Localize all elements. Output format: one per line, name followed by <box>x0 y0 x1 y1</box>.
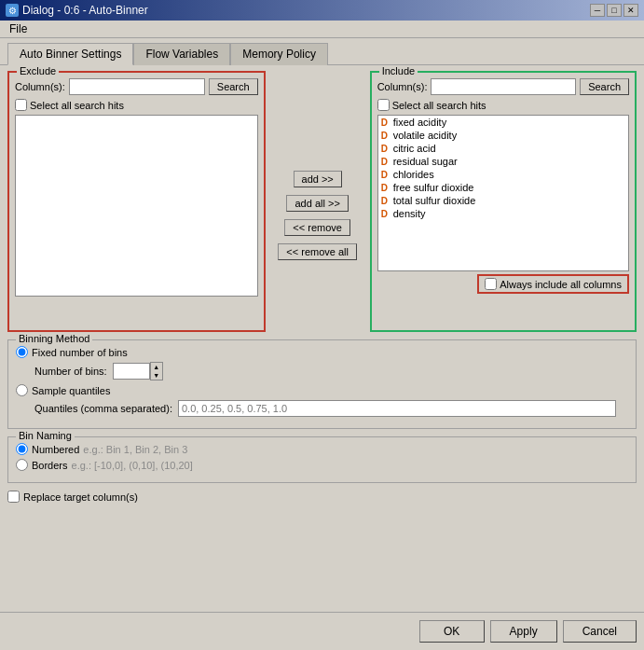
include-panel: Include Column(s): Search Select all sea… <box>370 71 637 332</box>
numbered-radio[interactable] <box>16 443 28 455</box>
list-item[interactable]: D citric acid <box>378 142 628 155</box>
borders-radio[interactable] <box>16 459 28 471</box>
list-item[interactable]: D volatile acidity <box>378 129 628 142</box>
list-item[interactable]: D total sulfur dioxide <box>378 194 628 207</box>
type-icon: D <box>381 170 391 180</box>
remove-button[interactable]: << remove <box>284 219 350 236</box>
app-icon: ⚙ <box>6 4 19 17</box>
sample-quantiles-label: Sample quantiles <box>32 385 110 396</box>
type-icon: D <box>381 209 391 219</box>
item-label: citric acid <box>393 143 436 154</box>
close-button[interactable]: ✕ <box>623 4 638 17</box>
include-columns-label: Column(s): <box>377 81 428 92</box>
replace-target-row: Replace target column(s) <box>7 491 637 503</box>
list-item[interactable]: D residual sugar <box>378 155 628 168</box>
spinner-up-button[interactable]: ▲ <box>151 363 162 371</box>
item-label: volatile acidity <box>393 130 457 141</box>
include-select-all-label: Select all search hits <box>392 100 486 111</box>
item-label: fixed acidity <box>393 117 446 128</box>
item-label: chlorides <box>393 169 434 180</box>
item-label: total sulfur dioxide <box>393 195 476 206</box>
bottom-bar: OK Apply Cancel <box>0 612 644 650</box>
window-controls: ─ □ ✕ <box>590 4 638 17</box>
exclude-list-box[interactable] <box>15 115 258 297</box>
include-search-button[interactable]: Search <box>580 78 629 95</box>
num-bins-row: Number of bins: 5 ▲ ▼ <box>16 362 628 380</box>
select-panel: add >> add all >> << remove << remove al… <box>271 71 364 332</box>
quantiles-row: Quantiles (comma separated): <box>16 400 628 417</box>
type-icon: D <box>381 118 391 128</box>
item-label: free sulfur dioxide <box>393 182 474 193</box>
include-column-input[interactable] <box>431 78 576 95</box>
type-icon: D <box>381 131 391 141</box>
always-include-box: Always include all columns <box>477 274 629 294</box>
three-panel: Exclude Column(s): Search Select all sea… <box>7 71 637 332</box>
list-item[interactable]: D free sulfur dioxide <box>378 181 628 194</box>
exclude-column-input[interactable] <box>69 78 205 95</box>
num-bins-label: Number of bins: <box>34 366 107 377</box>
exclude-select-all-label: Select all search hits <box>30 100 124 111</box>
quantiles-label: Quantiles (comma separated): <box>34 403 172 414</box>
exclude-select-all-row: Select all search hits <box>15 99 258 111</box>
type-icon: D <box>381 157 391 167</box>
numbered-example: e.g.: Bin 1, Bin 2, Bin 3 <box>83 444 187 455</box>
bin-naming-section: Bin Naming Numbered e.g.: Bin 1, Bin 2, … <box>7 436 637 483</box>
borders-label: Borders <box>32 460 68 471</box>
exclude-search-button[interactable]: Search <box>209 78 258 95</box>
menu-bar: File <box>0 21 644 38</box>
exclude-column-search-row: Column(s): Search <box>15 78 258 95</box>
tab-flow-variables[interactable]: Flow Variables <box>133 43 230 65</box>
include-column-search-row: Column(s): Search <box>377 78 629 95</box>
always-include-checkbox[interactable] <box>485 278 497 290</box>
list-item[interactable]: D chlorides <box>378 168 628 181</box>
exclude-select-all-checkbox[interactable] <box>15 99 27 111</box>
remove-all-button[interactable]: << remove all <box>278 243 357 260</box>
tab-memory-policy[interactable]: Memory Policy <box>230 43 328 65</box>
binning-method-label: Binning Method <box>16 333 92 344</box>
replace-target-checkbox[interactable] <box>7 491 20 503</box>
num-bins-input[interactable]: 5 <box>113 363 150 380</box>
binning-method-section: Binning Method Fixed number of bins Numb… <box>7 339 637 429</box>
numbered-row: Numbered e.g.: Bin 1, Bin 2, Bin 3 <box>16 443 628 455</box>
window-title: Dialog - 0:6 - Auto-Binner <box>22 4 148 17</box>
quantiles-input[interactable] <box>178 400 616 417</box>
list-item[interactable]: D density <box>378 207 628 220</box>
spinner-buttons: ▲ ▼ <box>150 362 163 380</box>
include-label: Include <box>379 65 418 76</box>
tab-auto-binner-settings[interactable]: Auto Binner Settings <box>7 43 133 65</box>
always-include-row: Always include all columns <box>377 274 629 294</box>
sample-quantiles-row: Sample quantiles <box>16 384 628 396</box>
select-buttons: add >> add all >> << remove << remove al… <box>278 171 357 260</box>
bin-naming-label: Bin Naming <box>16 430 75 441</box>
main-content: Exclude Column(s): Search Select all sea… <box>0 64 644 508</box>
include-select-all-row: Select all search hits <box>377 99 629 111</box>
include-select-all-checkbox[interactable] <box>377 99 390 111</box>
always-include-label: Always include all columns <box>500 279 622 290</box>
maximize-button[interactable]: □ <box>607 4 622 17</box>
type-icon: D <box>381 183 391 193</box>
tab-bar: Auto Binner Settings Flow Variables Memo… <box>0 38 644 64</box>
type-icon: D <box>381 196 391 206</box>
borders-row: Borders e.g.: [-10,0], (0,10], (10,20] <box>16 459 628 471</box>
exclude-label: Exclude <box>17 65 59 76</box>
sample-quantiles-radio[interactable] <box>16 384 28 396</box>
fixed-bins-row: Fixed number of bins <box>16 346 628 358</box>
item-label: residual sugar <box>393 156 458 167</box>
spinner-down-button[interactable]: ▼ <box>151 371 162 380</box>
minimize-button[interactable]: ─ <box>590 4 605 17</box>
apply-button[interactable]: Apply <box>490 620 557 643</box>
file-menu[interactable]: File <box>4 21 33 37</box>
add-all-button[interactable]: add all >> <box>286 195 348 212</box>
list-item[interactable]: D fixed acidity <box>378 116 628 129</box>
ok-button[interactable]: OK <box>419 620 485 643</box>
borders-example: e.g.: [-10,0], (0,10], (10,20] <box>72 460 193 471</box>
cancel-button[interactable]: Cancel <box>563 620 637 643</box>
add-button[interactable]: add >> <box>294 171 342 187</box>
num-bins-spinner: 5 ▲ ▼ <box>113 362 163 380</box>
replace-target-label: Replace target column(s) <box>23 491 138 503</box>
exclude-columns-label: Column(s): <box>15 81 65 92</box>
numbered-label: Numbered <box>32 444 79 455</box>
fixed-bins-radio[interactable] <box>16 346 28 358</box>
include-list-box[interactable]: D fixed acidity D volatile acidity D cit… <box>377 115 629 271</box>
type-icon: D <box>381 144 391 154</box>
